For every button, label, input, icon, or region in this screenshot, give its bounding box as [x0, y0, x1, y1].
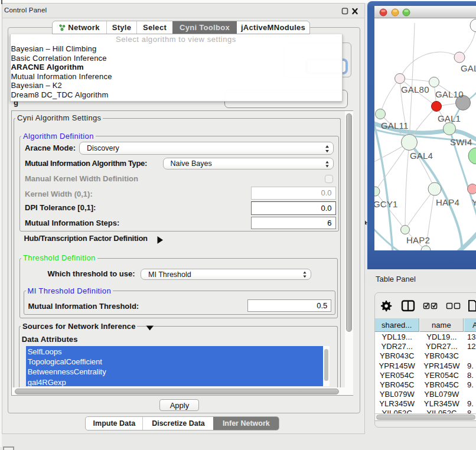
svg-text:GAL4: GAL4: [410, 151, 433, 161]
svg-text:GAL1: GAL1: [438, 113, 461, 123]
svg-text:HAP2: HAP2: [406, 235, 430, 245]
svg-text:HAP4: HAP4: [436, 197, 459, 207]
svg-text:Y: Y: [472, 197, 476, 207]
svg-text:GAL7: GAL7: [461, 63, 476, 73]
svg-text:GAL80: GAL80: [401, 84, 429, 94]
svg-text:GAL11: GAL11: [381, 120, 409, 131]
svg-text:GAL10: GAL10: [435, 89, 464, 99]
svg-text:SWI4: SWI4: [450, 137, 472, 147]
svg-text:GCY1: GCY1: [374, 199, 398, 209]
